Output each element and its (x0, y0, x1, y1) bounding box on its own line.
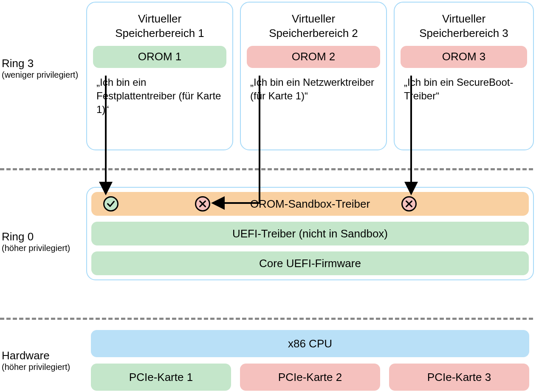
vmem-box-2: VirtuellerSpeicherbereich 2 OROM 2 „Ich … (240, 2, 387, 150)
hardware-label: Hardware (höher privilegiert) (2, 349, 70, 372)
vmem-title-2: VirtuellerSpeicherbereich 2 (245, 12, 382, 41)
check-icon (103, 196, 119, 212)
ring3-label: Ring 3 (weniger privilegiert) (2, 57, 78, 80)
hardware-title: Hardware (2, 349, 70, 362)
ring3-title: Ring 3 (2, 57, 78, 70)
uefi-drivers-bar: UEFI-Treiber (nicht in Sandbox) (91, 222, 529, 245)
orom-1-pill: OROM 1 (93, 46, 226, 68)
ring0-title: Ring 0 (2, 230, 70, 243)
vmem-box-1: VirtuellerSpeicherbereich 1 OROM 1 „Ich … (86, 2, 233, 150)
orom-2-pill: OROM 2 (247, 46, 380, 68)
orom-sandbox-bar: OROM-Sandbox-Treiber (91, 192, 529, 216)
divider-1 (0, 168, 533, 170)
pcie-card-1: PCIe-Karte 1 (91, 364, 231, 391)
vmem-box-3: VirtuellerSpeicherbereich 3 OROM 3 „Ich … (394, 2, 534, 150)
pcie-card-2: PCIe-Karte 2 (240, 364, 380, 391)
hardware-sub: (höher privilegiert) (2, 362, 70, 372)
x-icon-1 (195, 196, 210, 212)
orom-2-desc: „Ich bin ein Netzwerktreiber (für Karte … (245, 76, 382, 107)
pcie-card-3: PCIe-Karte 3 (389, 364, 529, 391)
ring3-sub: (weniger privilegiert) (2, 70, 78, 80)
orom-3-pill: OROM 3 (401, 46, 527, 68)
ring0-box: OROM-Sandbox-Treiber UEFI-Treiber (nicht… (86, 187, 534, 280)
orom-1-desc: „Ich bin ein Festplattentreiber (für Kar… (91, 76, 228, 120)
vmem-title-1: VirtuellerSpeicherbereich 1 (91, 12, 228, 41)
orom-3-desc: „Ich bin ein SecureBoot-Treiber“ (399, 76, 529, 107)
cpu-bar: x86 CPU (91, 330, 529, 357)
vmem-title-3: VirtuellerSpeicherbereich 3 (399, 12, 529, 41)
ring0-sub: (höher privilegiert) (2, 243, 70, 253)
divider-2 (0, 318, 533, 320)
uefi-core-bar: Core UEFI-Firmware (91, 251, 529, 275)
x-icon-2 (401, 196, 417, 212)
ring0-label: Ring 0 (höher privilegiert) (2, 230, 70, 253)
